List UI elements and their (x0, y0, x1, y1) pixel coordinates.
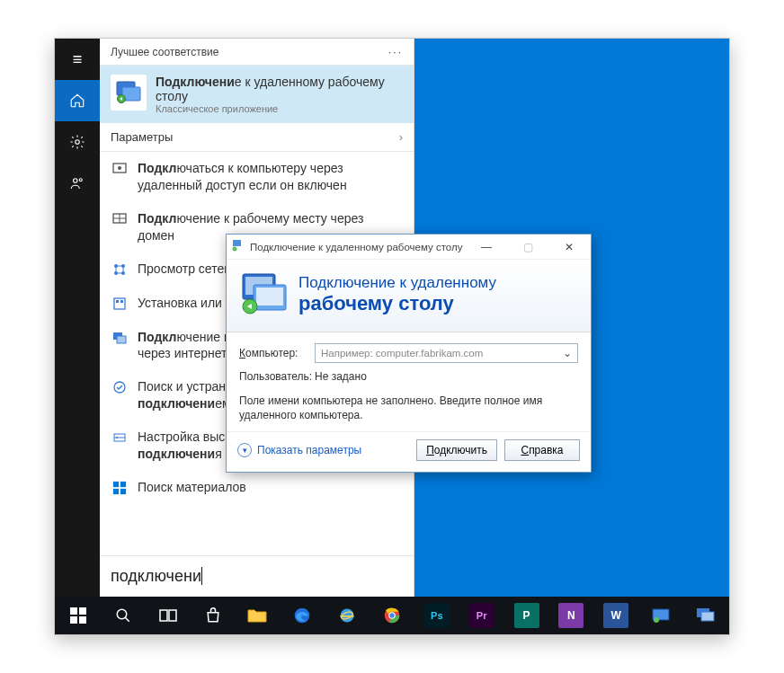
result-icon (111, 479, 129, 497)
dialog-banner: Подключение к удаленному рабочему столу (227, 260, 591, 332)
more-icon[interactable]: ··· (388, 46, 403, 58)
result-icon (111, 261, 129, 279)
banner-line1: Подключение к удаленному (298, 274, 496, 292)
dialog-note: Поле имени компьютера не заполнено. Введ… (239, 394, 578, 422)
settings-icon[interactable] (55, 121, 100, 163)
banner-line2: рабочему столу (298, 292, 496, 315)
result-icon (111, 160, 129, 178)
parameters-label: Параметры (111, 130, 173, 144)
start-button[interactable] (58, 597, 98, 634)
dialog-title: Подключение к удаленному рабочему столу (250, 242, 463, 252)
chevron-down-icon: ⌄ (563, 347, 572, 359)
svg-point-1 (74, 179, 78, 183)
svg-rect-25 (233, 240, 241, 246)
taskbar: Ps Pr P N W (55, 597, 729, 634)
best-match-header: Лучшее соответствие ··· (100, 39, 414, 66)
rdc-taskbar-icon[interactable] (686, 597, 726, 634)
expand-down-icon: ▾ (237, 443, 252, 457)
svg-rect-23 (113, 489, 119, 494)
search-input-row[interactable]: подключени (100, 555, 414, 597)
publisher-icon[interactable]: P (507, 597, 547, 634)
onenote-icon[interactable]: N (551, 597, 591, 634)
task-view-icon[interactable] (148, 597, 188, 634)
search-input[interactable]: подключени (111, 567, 403, 586)
dialog-titlebar[interactable]: Подключение к удаленному рабочему столу … (227, 235, 591, 260)
svg-rect-38 (169, 610, 176, 621)
search-taskbar-icon[interactable] (103, 597, 143, 634)
premiere-icon[interactable]: Pr (462, 597, 502, 634)
svg-rect-17 (117, 336, 126, 343)
file-explorer-icon[interactable] (237, 597, 277, 634)
computer-placeholder: Например: computer.fabrikam.com (321, 348, 483, 359)
connect-button[interactable]: Подключить (416, 439, 497, 461)
minimize-button[interactable]: — (468, 236, 504, 258)
chevron-right-icon: › (399, 130, 403, 144)
start-rail: ≡ (55, 39, 100, 634)
svg-rect-34 (70, 616, 77, 624)
result-icon (111, 378, 129, 396)
svg-rect-30 (256, 288, 283, 306)
user-value: Не задано (315, 370, 578, 383)
svg-rect-21 (113, 482, 119, 487)
svg-rect-37 (160, 610, 167, 621)
computer-label: Компьютер: (239, 347, 315, 359)
taskbar-app-icon[interactable] (641, 597, 681, 634)
svg-rect-48 (701, 612, 714, 621)
svg-point-44 (389, 613, 394, 617)
computer-combobox[interactable]: Например: computer.fabrikam.com ⌄ (315, 343, 578, 363)
rdc-titlebar-icon (232, 239, 245, 255)
close-button[interactable]: ✕ (551, 236, 587, 258)
result-text: Поиск материалов (138, 479, 403, 496)
best-match-label: Лучшее соответствие (111, 46, 218, 58)
svg-point-26 (233, 246, 237, 251)
store-icon[interactable] (193, 597, 233, 634)
result-icon (111, 429, 129, 447)
maximize-button[interactable]: ▢ (510, 236, 546, 258)
svg-point-36 (117, 609, 127, 619)
svg-rect-32 (70, 607, 77, 615)
svg-rect-13 (114, 298, 125, 309)
svg-rect-22 (120, 482, 126, 487)
show-options-link[interactable]: ▾ Показать параметры (237, 443, 361, 457)
svg-rect-14 (116, 300, 119, 303)
parameters-header[interactable]: Параметры › (100, 123, 414, 152)
svg-rect-33 (79, 607, 86, 615)
chrome-icon[interactable] (372, 597, 412, 634)
help-button[interactable]: Справка (504, 439, 580, 461)
result-icon (111, 210, 129, 228)
best-match-item[interactable]: Подключение к удаленному рабочему столу … (100, 66, 414, 123)
svg-point-2 (79, 179, 82, 182)
people-icon[interactable] (55, 163, 100, 204)
search-result-item[interactable]: Подключаться к компьютеру через удаленны… (100, 152, 414, 202)
svg-point-7 (118, 166, 121, 170)
svg-rect-15 (120, 300, 123, 303)
result-text: Подключаться к компьютеру через удаленны… (138, 160, 403, 194)
edge-icon[interactable] (282, 597, 322, 634)
svg-point-46 (654, 617, 659, 623)
home-icon[interactable] (55, 80, 100, 121)
best-match-subtitle: Классическое приложение (156, 103, 403, 114)
rdc-app-icon (111, 75, 147, 111)
rdc-banner-icon (239, 270, 288, 319)
result-icon (111, 329, 129, 347)
best-match-title: Подключение к удаленному рабочему столу (156, 75, 403, 103)
ie-icon[interactable] (327, 597, 367, 634)
result-icon (111, 295, 129, 313)
svg-point-20 (116, 437, 118, 438)
photoshop-icon[interactable]: Ps (417, 597, 457, 634)
word-icon[interactable]: W (596, 597, 636, 634)
desktop-area: ≡ Лучшее соответствие ··· Подключение к … (54, 38, 730, 635)
svg-rect-35 (79, 616, 86, 624)
svg-rect-24 (120, 489, 126, 494)
user-label: Пользователь: (239, 370, 315, 383)
menu-icon[interactable]: ≡ (55, 39, 100, 80)
search-result-item[interactable]: Поиск материалов (100, 471, 414, 505)
rdc-dialog: Подключение к удаленному рабочему столу … (226, 234, 592, 473)
svg-point-0 (76, 140, 80, 145)
